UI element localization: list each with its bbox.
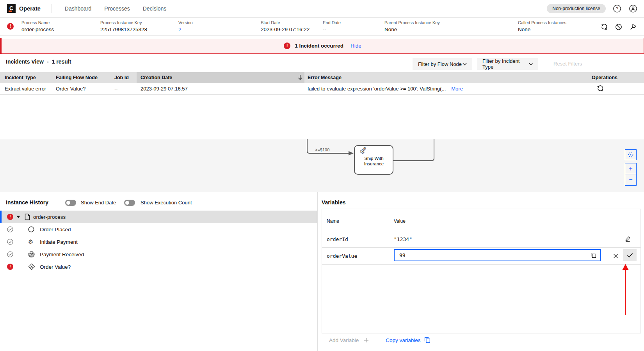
history-row-order-placed[interactable]: Order Placed [0,223,317,236]
checkmark-icon [627,253,633,258]
instance-history-title: Instance History [6,199,48,206]
bpmn-diagram-canvas[interactable]: >=$100 ⚙ ⚙ Ship With Insurance + − [0,139,644,193]
diagram-zoom-in-button[interactable]: + [625,163,637,174]
user-icon[interactable] [628,4,638,13]
start-event-icon [28,226,34,232]
task-label-line2: Insurance [364,161,384,166]
row-retry-icon[interactable] [596,85,604,92]
completed-state-icon [7,251,13,257]
sequence-flow-outgoing [393,139,434,161]
top-navbar: C Operate Dashboard Processes Decisions … [0,0,644,18]
incident-state-icon: ! [7,23,14,30]
variable-value: "1234" [394,236,412,242]
col-job-id[interactable]: Job Id [114,75,129,80]
nav-item-processes[interactable]: Processes [104,5,130,12]
diagram-zoom-out-button[interactable]: − [625,174,637,186]
completed-state-icon [7,239,13,245]
incident-table-header: Incident Type Failing Flow Node Job Id C… [0,72,644,83]
cell-error-message: failed to evaluate expression 'orderValu… [308,86,463,92]
process-document-icon [25,214,30,220]
diagram-reset-zoom-button[interactable] [625,149,637,160]
history-row-payment-received[interactable]: Payment Received [0,248,317,261]
tree-expand-chevron-icon[interactable] [16,216,20,218]
incident-banner-hide-link[interactable]: Hide [350,43,361,49]
show-execution-count-toggle[interactable] [124,200,135,206]
chevron-down-icon [463,63,467,66]
nav-item-dashboard[interactable]: Dashboard [65,5,92,12]
nav-item-decisions[interactable]: Decisions [143,5,167,12]
incidents-result-count: 1 result [52,58,71,65]
error-message-more-link[interactable]: More [451,86,463,92]
incident-banner-message: 1 Incident occurred [295,43,343,49]
sequence-flow-arrowhead [349,151,354,156]
copy-value-icon[interactable] [591,252,596,258]
filter-by-flow-node-dropdown[interactable]: Filter by Flow Node [413,58,472,70]
camunda-logo: C [7,4,16,13]
incident-banner: ! 1 Incident occurred Hide [0,38,644,54]
show-end-date-label: Show End Date [81,200,116,206]
cell-creation-date: 2023-09-29 07:16:57 [141,86,188,92]
cancel-operation-icon[interactable] [614,22,623,32]
svg-text:?: ? [616,6,618,11]
app-title: Operate [19,5,41,12]
variable-value-input[interactable] [394,249,601,261]
completed-state-icon [7,226,13,232]
history-row-order-value[interactable]: ! Order Value? [0,261,317,273]
reset-filters-button[interactable]: Reset Filters [553,61,582,67]
sort-descending-icon[interactable] [297,74,303,80]
variable-row-ordervalue: orderValue [322,247,640,265]
cell-job-id: -- [114,86,118,92]
col-failing-flow-node[interactable]: Failing Flow Node [56,75,98,80]
process-instance-header: ! Process Name order-process Process Ins… [0,18,644,36]
variables-panel: Variables Name Value orderId "1234" orde… [317,192,644,351]
history-row-order-process[interactable]: ! order-process [0,211,317,223]
col-incident-type[interactable]: Incident Type [5,75,36,80]
service-task-gear-icon: ⚙ [28,239,33,245]
history-row-label: Initiate Payment [40,239,78,245]
field-parent-process-instance-key: Parent Process Instance Key None [384,20,440,32]
variable-name: orderValue [327,253,357,259]
incident-banner-icon: ! [284,43,290,49]
filter-by-incident-type-dropdown[interactable]: Filter by Incident Type [477,58,538,70]
edit-variable-icon[interactable] [623,235,632,243]
add-variable-button[interactable]: Add Variable [329,337,369,343]
service-task-gear-icon-small: ⚙ [363,146,366,151]
reset-zoom-icon [628,152,634,158]
variables-title: Variables [322,199,346,206]
col-operations: Operations [592,75,617,80]
logo-accent [9,11,12,12]
nav-divider [52,4,52,13]
cell-failing-flow-node: Order Value? [56,86,85,92]
field-start-date: Start Date 2023-09-29 07:16:22 [261,20,310,32]
bpmn-diagram: >=$100 ⚙ ⚙ Ship With Insurance [0,139,644,192]
variables-table: Name Value orderId "1234" orderValue [322,209,641,333]
show-execution-count-label: Show Execution Count [141,200,192,206]
col-error-message[interactable]: Error Message [308,75,342,80]
cell-incident-type: Extract value error [5,86,46,92]
field-process-name: Process Name order-process [21,20,54,32]
modify-operation-icon[interactable] [628,22,638,32]
chevron-down-icon [529,63,533,66]
history-row-label: Order Placed [40,227,71,232]
show-end-date-toggle[interactable] [65,200,76,206]
variable-name: orderId [327,236,348,242]
history-row-initiate-payment[interactable]: ⚙ Initiate Payment [0,236,317,248]
copy-variables-button[interactable]: Copy variables [386,337,430,343]
cancel-edit-icon[interactable] [612,252,619,260]
retry-operation-icon[interactable] [600,22,609,32]
field-end-date: End Date -- [323,20,341,32]
version-link[interactable]: 2 [178,27,193,32]
message-catch-event-icon [28,251,35,258]
license-badge: Non-production license [547,4,606,13]
help-icon[interactable]: ? [612,4,622,13]
field-called-process-instances: Called Process Instances None [518,20,566,32]
variables-col-name: Name [327,218,339,224]
col-creation-date[interactable]: Creation Date [141,75,172,80]
history-row-label: Payment Received [40,252,84,257]
field-process-instance-key: Process Instance Key 2251799813725328 [100,20,147,32]
incident-state-icon: ! [7,264,13,270]
incident-row[interactable]: Extract value error Order Value? -- 2023… [0,83,644,95]
confirm-edit-button[interactable] [623,249,637,261]
incidents-view-title: Incidents View - 1 result [6,58,71,65]
variables-col-value: Value [394,218,406,224]
